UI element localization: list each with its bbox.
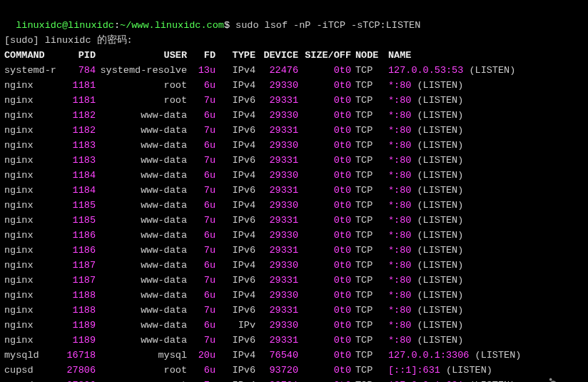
cell-node: TCP	[355, 123, 388, 138]
cell-user: www-data	[96, 168, 187, 183]
cell-command: nginx	[4, 93, 61, 108]
cell-type: IPv4	[221, 78, 255, 93]
cell-name: 127.0.0.1:631 (LISTEN)	[388, 378, 515, 382]
cell-size: 0t0	[301, 228, 351, 243]
cell-fd: 6u	[187, 363, 216, 378]
process-row: nginx1189www-data7uIPv6293310t0TCP*:80 (…	[4, 333, 584, 348]
cell-name: 127.0.0.1:3306 (LISTEN)	[388, 348, 521, 363]
cell-user: systemd-resolve	[96, 63, 187, 78]
cell-device: 22476	[258, 63, 298, 78]
cell-fd: 7u	[187, 123, 216, 138]
cell-type: IPv6	[221, 153, 255, 168]
cell-command: nginx	[4, 303, 61, 318]
cell-command: nginx	[4, 138, 61, 153]
cell-device: 93720	[258, 363, 298, 378]
cell-type: IPv4	[221, 168, 255, 183]
cell-size: 0t0	[301, 333, 351, 348]
cell-name: *:80 (LISTEN)	[388, 303, 463, 318]
process-row: nginx1188www-data7uIPv6293310t0TCP*:80 (…	[4, 303, 584, 318]
hdr-user: USER	[96, 48, 187, 63]
cell-user: www-data	[96, 153, 187, 168]
cell-command: nginx	[4, 243, 61, 258]
process-row: nginx1186www-data6uIPv4293300t0TCP*:80 (…	[4, 228, 584, 243]
process-row: nginx1183www-data6uIPv4293300t0TCP*:80 (…	[4, 138, 584, 153]
sudo-prompt: [sudo] linuxidc 的密码:	[4, 33, 584, 48]
cell-size: 0t0	[301, 93, 351, 108]
cell-type: IPv4	[221, 108, 255, 123]
cell-node: TCP	[355, 303, 388, 318]
cell-type: IPv4	[221, 378, 255, 382]
process-row: nginx1184www-data7uIPv6293310t0TCP*:80 (…	[4, 183, 584, 198]
cell-pid: 784	[61, 63, 96, 78]
cell-fd: 6u	[187, 108, 216, 123]
cell-fd: 7u	[187, 243, 216, 258]
cell-name: *:80 (LISTEN)	[388, 183, 463, 198]
process-row: nginx1189www-data6uIPv293300t0TCP*:80 (L…	[4, 318, 584, 333]
cell-size: 0t0	[301, 63, 351, 78]
cell-type: IPv6	[221, 243, 255, 258]
process-row: nginx1181root6uIPv4293300t0TCP*:80 (LIST…	[4, 78, 584, 93]
cell-node: TCP	[355, 108, 388, 123]
header-row: COMMAND PID USER FD TYPE DEVICE SIZE/OFF…	[4, 48, 584, 63]
cell-type: IPv6	[221, 213, 255, 228]
cell-command: nginx	[4, 123, 61, 138]
cell-node: TCP	[355, 258, 388, 273]
cell-name: *:80 (LISTEN)	[388, 213, 463, 228]
cell-user: www-data	[96, 303, 187, 318]
cell-device: 29330	[258, 228, 298, 243]
cell-pid: 16718	[61, 348, 96, 363]
hdr-size: SIZE/OFF	[301, 48, 351, 63]
cell-device: 29330	[258, 318, 298, 333]
cell-size: 0t0	[301, 348, 351, 363]
cell-name: *:80 (LISTEN)	[388, 288, 463, 303]
cell-device: 29331	[258, 183, 298, 198]
cell-fd: 6u	[187, 168, 216, 183]
hdr-fd: FD	[187, 48, 216, 63]
process-row: nginx1188www-data6uIPv4293300t0TCP*:80 (…	[4, 288, 584, 303]
cell-name: *:80 (LISTEN)	[388, 228, 463, 243]
cell-fd: 7u	[187, 153, 216, 168]
cell-pid: 1186	[61, 243, 96, 258]
cell-name: 127.0.0.53:53 (LISTEN)	[388, 63, 515, 78]
cell-fd: 6u	[187, 258, 216, 273]
cell-device: 29331	[258, 123, 298, 138]
cell-node: TCP	[355, 78, 388, 93]
cell-size: 0t0	[301, 213, 351, 228]
cell-node: TCP	[355, 183, 388, 198]
cell-device: 29331	[258, 303, 298, 318]
cell-device: 29331	[258, 243, 298, 258]
cell-pid: 27806	[61, 363, 96, 378]
cell-size: 0t0	[301, 138, 351, 153]
cell-node: TCP	[355, 228, 388, 243]
cell-pid: 1187	[61, 273, 96, 288]
cell-name: *:80 (LISTEN)	[388, 78, 463, 93]
cell-user: root	[96, 78, 187, 93]
cell-size: 0t0	[301, 153, 351, 168]
process-table: systemd-r784systemd-resolve13uIPv4224760…	[4, 63, 584, 382]
cell-fd: 13u	[187, 63, 216, 78]
cell-pid: 1189	[61, 333, 96, 348]
process-row: nginx1185www-data7uIPv6293310t0TCP*:80 (…	[4, 213, 584, 228]
process-row: nginx1185www-data6uIPv4293300t0TCP*:80 (…	[4, 198, 584, 213]
cell-type: IPv6	[221, 363, 255, 378]
cell-device: 29330	[258, 258, 298, 273]
cell-device: 29331	[258, 273, 298, 288]
hdr-command: COMMAND	[4, 48, 61, 63]
cell-fd: 6u	[187, 78, 216, 93]
cell-type: IPv6	[221, 333, 255, 348]
cell-user: www-data	[96, 318, 187, 333]
cell-device: 29331	[258, 333, 298, 348]
cell-pid: 27806	[61, 378, 96, 382]
cell-name: *:80 (LISTEN)	[388, 168, 463, 183]
cell-user: root	[96, 378, 187, 382]
cell-fd: 6u	[187, 198, 216, 213]
cell-node: TCP	[355, 213, 388, 228]
cell-fd: 7u	[187, 93, 216, 108]
cell-device: 29331	[258, 153, 298, 168]
cell-command: nginx	[4, 213, 61, 228]
prompt-line[interactable]: linuxidc@linuxidc:~/www.linuxidc.com$ su…	[4, 3, 584, 33]
cell-command: nginx	[4, 228, 61, 243]
cell-node: TCP	[355, 333, 388, 348]
cell-command: nginx	[4, 333, 61, 348]
cell-node: TCP	[355, 153, 388, 168]
